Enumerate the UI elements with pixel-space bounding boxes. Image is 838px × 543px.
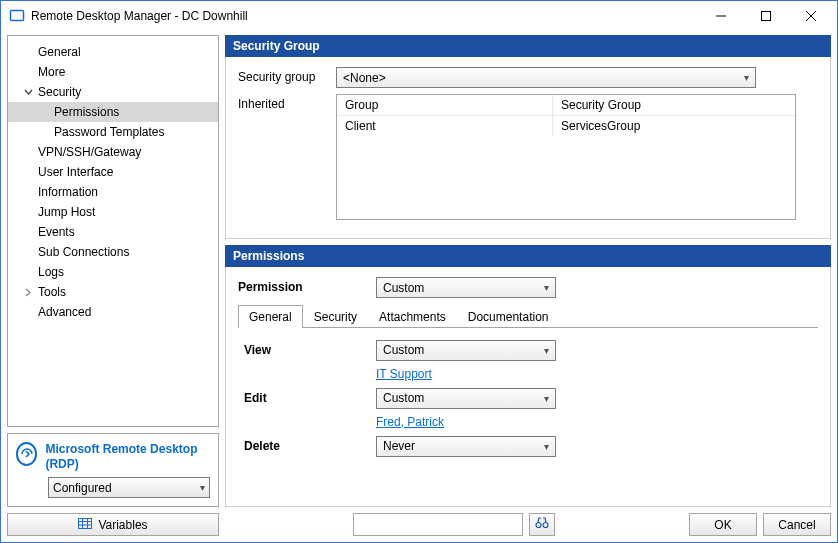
nav-item-jump-host[interactable]: Jump Host [8,202,218,222]
chevron-down-icon: ▾ [544,345,549,356]
col-group[interactable]: Group [337,95,553,115]
perm-view-label: View [244,343,376,357]
security-group-header: Security Group [225,35,831,57]
perm-edit-link[interactable]: Fred, Patrick [376,415,444,429]
tab-attachments[interactable]: Attachments [368,305,457,328]
permissions-header: Permissions [225,245,831,267]
nav-item-information[interactable]: Information [8,182,218,202]
perm-view-select[interactable]: Custom▾ [376,340,556,361]
titlebar: Remote Desktop Manager - DC Downhill [1,1,837,31]
window-title: Remote Desktop Manager - DC Downhill [31,9,698,23]
chevron-down-icon [22,88,34,97]
maximize-button[interactable] [743,1,788,31]
svg-point-10 [536,523,541,528]
nav-item-tools[interactable]: Tools [8,282,218,302]
permission-label: Permission [238,277,376,294]
nav-item-general[interactable]: General [8,42,218,62]
perm-edit-select[interactable]: Custom▾ [376,388,556,409]
connection-type-label: Microsoft Remote Desktop (RDP) [45,442,210,471]
nav-item-logs[interactable]: Logs [8,262,218,282]
chevron-down-icon: ▾ [544,282,549,293]
table-row[interactable]: Client ServicesGroup [337,116,795,136]
variables-button[interactable]: Variables [7,513,219,536]
permission-tabs: General Security Attachments Documentati… [238,304,818,328]
svg-rect-2 [761,12,770,21]
chevron-down-icon: ▾ [744,72,749,83]
svg-point-11 [543,523,548,528]
chevron-right-icon [22,288,34,297]
nav-item-vpn-ssh-gateway[interactable]: VPN/SSH/Gateway [8,142,218,162]
footer: Variables OK Cancel [1,507,837,542]
nav-tree: General More Security Permissions Passwo… [7,35,219,427]
minimize-button[interactable] [698,1,743,31]
col-security-group[interactable]: Security Group [553,95,795,115]
nav-item-more[interactable]: More [8,62,218,82]
ok-button[interactable]: OK [689,513,757,536]
nav-item-user-interface[interactable]: User Interface [8,162,218,182]
perm-delete-select[interactable]: Never▾ [376,436,556,457]
perm-delete-label: Delete [244,439,376,453]
nav-item-events[interactable]: Events [8,222,218,242]
status-combo[interactable]: Configured ▾ [48,477,210,498]
rdp-icon [16,442,37,466]
nav-item-permissions[interactable]: Permissions [8,102,218,122]
security-group-label: Security group [238,67,336,84]
cancel-button[interactable]: Cancel [763,513,831,536]
app-icon [9,8,25,24]
nav-item-password-templates[interactable]: Password Templates [8,122,218,142]
connection-info-panel: Microsoft Remote Desktop (RDP) Configure… [7,433,219,507]
grid-icon [78,518,92,532]
tab-security[interactable]: Security [303,305,368,328]
chevron-down-icon: ▾ [544,441,549,452]
svg-rect-0 [11,11,24,21]
search-input[interactable] [353,513,523,536]
perm-edit-label: Edit [244,391,376,405]
permission-select[interactable]: Custom ▾ [376,277,556,298]
search-button[interactable] [529,513,555,536]
nav-item-security[interactable]: Security [8,82,218,102]
security-group-select[interactable]: <None> ▾ [336,67,756,88]
binoculars-icon [535,517,549,532]
nav-item-sub-connections[interactable]: Sub Connections [8,242,218,262]
svg-rect-5 [79,518,92,528]
inherited-table: Group Security Group Client ServicesGrou… [336,94,796,220]
nav-item-advanced[interactable]: Advanced [8,302,218,322]
close-button[interactable] [788,1,833,31]
tab-general[interactable]: General [238,305,303,328]
inherited-label: Inherited [238,94,336,111]
window-controls [698,1,833,31]
tab-documentation[interactable]: Documentation [457,305,560,328]
chevron-down-icon: ▾ [200,482,205,493]
perm-view-link[interactable]: IT Support [376,367,432,381]
chevron-down-icon: ▾ [544,393,549,404]
